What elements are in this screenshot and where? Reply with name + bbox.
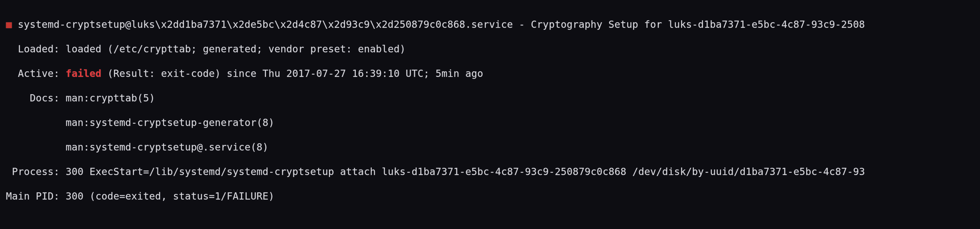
mainpid-line: Main PID: 300 (code=exited, status=1/FAI… (0, 190, 980, 202)
docs-item-2: man:systemd-cryptsetup@.service(8) (66, 141, 269, 153)
process-label: Process: (12, 166, 60, 177)
docs-line-2: man:systemd-cryptsetup@.service(8) (0, 141, 980, 154)
docs-item-1: man:systemd-cryptsetup-generator(8) (66, 117, 274, 128)
loaded-label: Loaded: (18, 43, 60, 54)
unit-name: systemd-cryptsetup@luks\x2dd1ba7371\x2de… (18, 19, 513, 30)
active-since: (Result: exit-code) since Thu 2017-07-27… (108, 68, 483, 79)
docs-line-1: man:systemd-cryptsetup-generator(8) (0, 117, 980, 129)
active-label: Active: (18, 68, 60, 79)
mainpid-value: 300 (code=exited, status=1/FAILURE) (66, 191, 274, 202)
unit-description: Cryptography Setup for luks-d1ba7371-e5b… (531, 19, 865, 30)
status-bullet-icon: ■ (6, 18, 12, 31)
unit-header-line: ■ systemd-cryptsetup@luks\x2dd1ba7371\x2… (0, 18, 980, 31)
active-state: failed (66, 68, 102, 79)
process-value: 300 ExecStart=/lib/systemd/systemd-crypt… (66, 166, 865, 177)
process-line: Process: 300 ExecStart=/lib/systemd/syst… (0, 165, 980, 178)
loaded-line: Loaded: loaded (/etc/crypttab; generated… (0, 43, 980, 55)
docs-line-0: Docs: man:crypttab(5) (0, 92, 980, 104)
loaded-value: loaded (/etc/crypttab; generated; vendor… (66, 43, 406, 54)
active-line: Active: failed (Result: exit-code) since… (0, 67, 980, 80)
docs-label: Docs: (30, 92, 59, 104)
docs-item-0: man:crypttab(5) (66, 92, 155, 104)
terminal-output: ■ systemd-cryptsetup@luks\x2dd1ba7371\x2… (0, 0, 980, 229)
mainpid-label: Main PID: (6, 191, 59, 202)
blank-line (0, 215, 980, 227)
